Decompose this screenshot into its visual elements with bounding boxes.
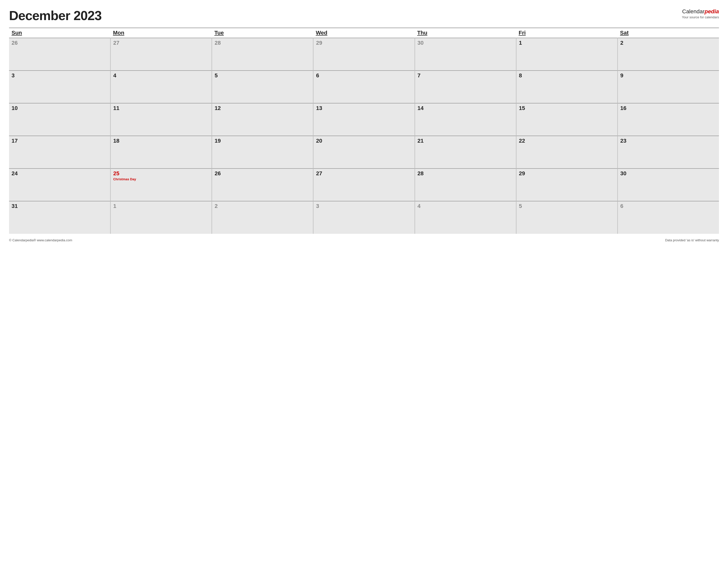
- calendar-day[interactable]: 5: [516, 201, 618, 234]
- calendar-day[interactable]: 4: [415, 201, 516, 234]
- header-thu: Thu: [415, 28, 516, 38]
- calendar-day[interactable]: 15: [516, 103, 618, 136]
- day-number: 7: [418, 72, 513, 79]
- calendar-footer: © Calendarpedia® www.calendarpedia.com D…: [9, 238, 719, 242]
- calendar-day[interactable]: 7: [415, 71, 516, 103]
- holiday-label: Christmas Day: [113, 177, 209, 181]
- calendar-day[interactable]: 23: [618, 136, 719, 168]
- calendar-day[interactable]: 24: [9, 168, 110, 201]
- day-number: 13: [316, 105, 412, 111]
- day-number: 27: [113, 40, 209, 46]
- day-number: 9: [620, 72, 716, 79]
- day-number: 26: [12, 40, 108, 46]
- calendar-day[interactable]: 28: [212, 38, 313, 71]
- month-title: December 2023: [9, 8, 102, 23]
- day-number: 3: [316, 203, 412, 209]
- day-number: 28: [418, 170, 513, 177]
- calendar-header-row: Sun Mon Tue Wed Thu Fri Sat: [9, 28, 719, 38]
- day-number: 20: [316, 138, 412, 144]
- calendar-table: Sun Mon Tue Wed Thu Fri Sat 262728293012…: [9, 28, 719, 234]
- calendar-day[interactable]: 2: [212, 201, 313, 234]
- calendar-body: 2627282930123456789101112131415161718192…: [9, 38, 719, 234]
- calendar-day[interactable]: 20: [313, 136, 415, 168]
- header-sat: Sat: [618, 28, 719, 38]
- calendar-day[interactable]: 30: [618, 168, 719, 201]
- calendar-week-2: 3456789: [9, 71, 719, 103]
- calendar-header: December 2023 Calendarpedia Your source …: [9, 8, 719, 23]
- calendar-day[interactable]: 29: [313, 38, 415, 71]
- calendar-day[interactable]: 26: [9, 38, 110, 71]
- day-number: 2: [215, 203, 310, 209]
- calendar-day[interactable]: 13: [313, 103, 415, 136]
- calendar-day[interactable]: 14: [415, 103, 516, 136]
- calendar-week-3: 10111213141516: [9, 103, 719, 136]
- calendar-day[interactable]: 1: [110, 201, 212, 234]
- day-number: 12: [215, 105, 310, 111]
- brand-suffix: pedia: [705, 8, 719, 15]
- calendar-day[interactable]: 2: [618, 38, 719, 71]
- day-number: 19: [215, 138, 310, 144]
- day-number: 5: [215, 72, 310, 79]
- day-number: 26: [215, 170, 310, 177]
- calendar-day[interactable]: 3: [313, 201, 415, 234]
- day-number: 29: [316, 40, 412, 46]
- calendar-day[interactable]: 6: [618, 201, 719, 234]
- calendar-day[interactable]: 27: [110, 38, 212, 71]
- calendar-day[interactable]: 19: [212, 136, 313, 168]
- day-number: 3: [12, 72, 108, 79]
- calendar-day[interactable]: 10: [9, 103, 110, 136]
- day-number: 17: [12, 138, 108, 144]
- calendar-week-4: 17181920212223: [9, 136, 719, 168]
- header-fri: Fri: [516, 28, 618, 38]
- calendar-day[interactable]: 8: [516, 71, 618, 103]
- footer-copyright: © Calendarpedia® www.calendarpedia.com: [9, 238, 72, 242]
- day-number: 4: [113, 72, 209, 79]
- calendar-day[interactable]: 21: [415, 136, 516, 168]
- day-number: 21: [418, 138, 513, 144]
- footer-disclaimer: Data provided 'as is' without warranty: [665, 238, 719, 242]
- calendar-week-5: 2425Christmas Day2627282930: [9, 168, 719, 201]
- day-number: 10: [12, 105, 108, 111]
- brand-name: Calendarpedia: [682, 8, 719, 15]
- calendar-day[interactable]: 25Christmas Day: [110, 168, 212, 201]
- calendar-week-1: 262728293012: [9, 38, 719, 71]
- day-number: 1: [113, 203, 209, 209]
- calendar-day[interactable]: 1: [516, 38, 618, 71]
- calendar-day[interactable]: 26: [212, 168, 313, 201]
- brand-logo: Calendarpedia Your source for calendars: [682, 8, 719, 19]
- calendar-day[interactable]: 17: [9, 136, 110, 168]
- header-tue: Tue: [212, 28, 313, 38]
- calendar-day[interactable]: 6: [313, 71, 415, 103]
- header-mon: Mon: [110, 28, 212, 38]
- brand-tagline: Your source for calendars: [682, 15, 719, 20]
- calendar-week-6: 31123456: [9, 201, 719, 234]
- header-wed: Wed: [313, 28, 415, 38]
- day-number: 6: [620, 203, 716, 209]
- calendar-day[interactable]: 18: [110, 136, 212, 168]
- calendar-day[interactable]: 3: [9, 71, 110, 103]
- calendar-day[interactable]: 28: [415, 168, 516, 201]
- day-number: 31: [12, 203, 108, 209]
- calendar-day[interactable]: 9: [618, 71, 719, 103]
- calendar-day[interactable]: 30: [415, 38, 516, 71]
- calendar-day[interactable]: 31: [9, 201, 110, 234]
- day-number: 5: [519, 203, 615, 209]
- calendar-day[interactable]: 29: [516, 168, 618, 201]
- calendar-day[interactable]: 4: [110, 71, 212, 103]
- day-number: 11: [113, 105, 209, 111]
- day-number: 25: [113, 170, 209, 177]
- day-number: 23: [620, 138, 716, 144]
- calendar-day[interactable]: 16: [618, 103, 719, 136]
- day-number: 1: [519, 40, 615, 46]
- calendar-day[interactable]: 5: [212, 71, 313, 103]
- day-number: 15: [519, 105, 615, 111]
- calendar-day[interactable]: 12: [212, 103, 313, 136]
- calendar-day[interactable]: 27: [313, 168, 415, 201]
- day-number: 22: [519, 138, 615, 144]
- calendar-day[interactable]: 11: [110, 103, 212, 136]
- day-number: 16: [620, 105, 716, 111]
- calendar-day[interactable]: 22: [516, 136, 618, 168]
- day-number: 14: [418, 105, 513, 111]
- day-number: 30: [620, 170, 716, 177]
- day-number: 8: [519, 72, 615, 79]
